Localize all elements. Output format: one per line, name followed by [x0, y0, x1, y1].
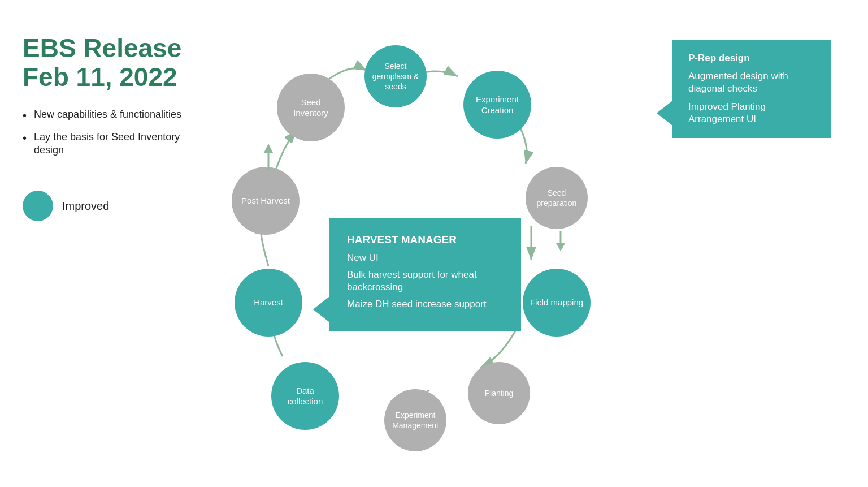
diagram: Seed Inventory Select germplasm & seeds … [203, 17, 848, 481]
top-right-item-2: Augmented design with diagonal checks [688, 70, 815, 95]
circle-select-germplasm: Select germplasm & seeds [364, 45, 427, 107]
circle-seed-inventory: Seed Inventory [277, 74, 345, 141]
center-box-item-1: New UI [347, 252, 503, 264]
bullet-item-2: Lay the basis for Seed Inventory design [23, 131, 192, 157]
center-box-item-2: Bulk harvest support for wheat backcross… [347, 269, 503, 294]
circle-seed-preparation: Seed preparation [526, 167, 588, 229]
left-panel: EBS Release Feb 11, 2022 New capabilitie… [23, 34, 192, 221]
circle-data-collection: Data collection [271, 362, 339, 430]
circle-post-harvest: Post Harvest [232, 167, 300, 235]
main-title: EBS Release Feb 11, 2022 [23, 34, 192, 91]
circle-harvest: Harvest [235, 269, 302, 337]
legend: Improved [23, 191, 192, 221]
circle-experiment-creation: Experiment Creation [463, 71, 531, 139]
center-box: HARVEST MANAGER New UI Bulk harvest supp… [329, 218, 521, 331]
svg-marker-4 [264, 144, 273, 153]
center-box-title: HARVEST MANAGER [347, 234, 503, 246]
circle-experiment-management: Experiment Management [384, 389, 446, 451]
legend-label: Improved [62, 200, 109, 213]
up-arrow-postharvest-seed [260, 141, 277, 172]
box-arrow-left [657, 101, 672, 126]
circle-field-mapping: Field mapping [523, 269, 591, 337]
top-right-box: P-Rep design Augmented design with diago… [672, 40, 831, 138]
top-right-item-1: P-Rep design [688, 52, 815, 64]
down-arrow-seed-field [554, 231, 567, 256]
bullet-list: New capabilities & functionalities Lay t… [23, 108, 192, 157]
bullet-item-1: New capabilities & functionalities [23, 108, 192, 121]
top-right-item-3: Improved Planting Arrangement UI [688, 101, 815, 126]
center-box-arrow-left [313, 297, 329, 322]
legend-circle [23, 191, 53, 221]
svg-marker-2 [556, 243, 565, 251]
circle-planting: Planting [468, 362, 530, 424]
center-box-item-3: Maize DH seed increase support [347, 298, 503, 311]
